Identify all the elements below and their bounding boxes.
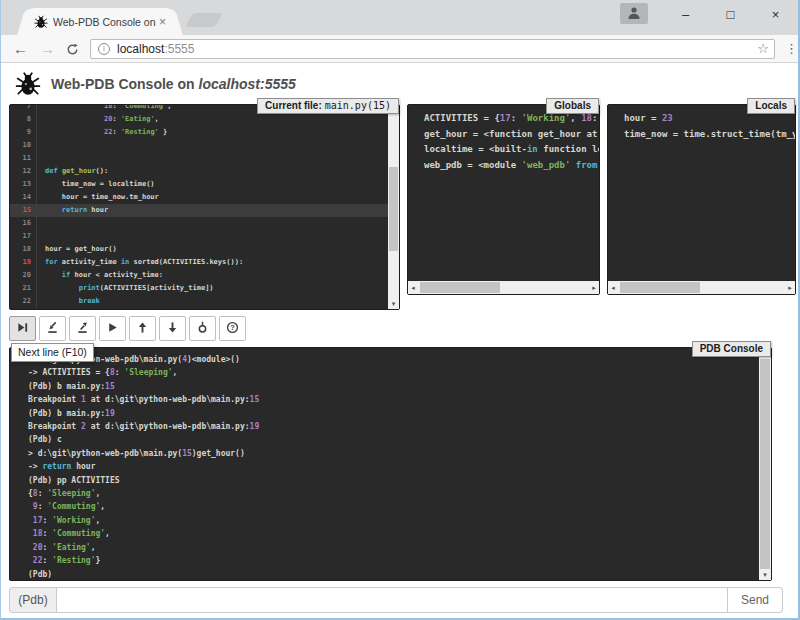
source-code: 7 18: 'Commuting',8 20: 'Eating',9 22: '… [10, 105, 388, 308]
line-number: 20 [10, 269, 37, 282]
console-line: Breakpoint 1 at d:\git\python-web-pdb\ma… [20, 393, 259, 406]
code-line: 18hour = get_hour() [10, 243, 388, 256]
line-number: 14 [10, 191, 37, 204]
pdb-console-label: PDB Console [692, 341, 771, 357]
code-line: 22 break [10, 295, 388, 308]
console-scrollbar[interactable]: ▴ ▾ [759, 348, 771, 580]
console-content: > d:\git\python-web-pdb\main.py(4)<modul… [20, 353, 259, 580]
code-line: 21 print(ACTIVITIES[activity_time]) [10, 282, 388, 295]
locals-content: hour = 23time_now = time.struct_time(tm_… [616, 111, 795, 142]
scroll-down-icon[interactable]: ▾ [759, 570, 771, 580]
maximize-button[interactable]: □ [708, 7, 753, 22]
line-number: 17 [10, 230, 37, 243]
next-line-button[interactable] [9, 316, 36, 341]
source-scrollbar[interactable]: ▴ ▾ [388, 105, 399, 309]
console-line: -> return hour [20, 460, 259, 473]
code-line: 17 [10, 230, 388, 243]
console-line: 18: 'Commuting', [20, 527, 259, 540]
line-number: 16 [10, 217, 37, 230]
reload-icon[interactable] [66, 42, 79, 55]
line-number: 13 [10, 178, 37, 191]
line-number: 18 [10, 243, 37, 256]
console-line: (Pdb) pp ACTIVITIES [20, 474, 259, 487]
bookmark-star-icon[interactable]: ☆ [757, 41, 769, 56]
send-button[interactable]: Send [728, 587, 783, 613]
tab-title: Web-PDB Console on lo [53, 16, 156, 28]
page-info-icon[interactable]: i [98, 43, 110, 55]
line-number: 19 [10, 256, 37, 269]
person-icon [627, 5, 641, 23]
console-line: 9: 'Commuting', [20, 500, 259, 513]
console-line: (Pdb) [20, 568, 259, 581]
code-line: 14 hour = time_now.tm_hour [10, 191, 388, 204]
current-file-label: Current file:main.py(15) [257, 98, 399, 114]
step-into-button[interactable] [39, 316, 66, 341]
scroll-thumb[interactable] [620, 282, 700, 293]
scroll-right-icon[interactable]: ▸ [589, 281, 599, 294]
help-button[interactable]: ? [219, 316, 246, 341]
globals-label: Globals [546, 98, 599, 114]
console-line: {8: 'Sleeping', [20, 487, 259, 500]
globals-panel: Globals ACTIVITIES = {17: 'Working', 18:… [407, 104, 600, 295]
profile-button[interactable] [620, 3, 648, 24]
minimize-button[interactable]: – [663, 7, 708, 22]
variable-line: web_pdb = <module 'web_pdb' from 'D:\git… [416, 158, 599, 174]
scroll-thumb[interactable] [760, 359, 770, 569]
browser-window: Web-PDB Console on lo × – □ × ← → i loca… [1, 0, 798, 618]
line-number: 15 [10, 204, 37, 217]
console-line: 20: 'Eating', [20, 541, 259, 554]
code-line: 19for activity_time in sorted(ACTIVITIES… [10, 256, 388, 269]
console-line: > d:\git\python-web-pdb\main.py(15)get_h… [20, 447, 259, 460]
line-number: 11 [10, 152, 37, 165]
arrow-down-icon [166, 321, 179, 337]
scroll-left-icon[interactable]: ◂ [608, 281, 618, 294]
scroll-thumb[interactable] [389, 167, 398, 251]
console-line: 22: 'Resting'} [20, 554, 259, 567]
scroll-left-icon[interactable]: ◂ [408, 281, 418, 294]
address-bar[interactable]: i localhost:5555 ☆ [90, 39, 775, 59]
scroll-down-icon[interactable]: ▾ [388, 299, 399, 309]
back-icon[interactable]: ← [13, 41, 28, 56]
continue-button[interactable] [99, 316, 126, 341]
current-position-icon [196, 321, 209, 337]
console-line: 17: 'Working', [20, 514, 259, 527]
url-text: localhost:5555 [117, 42, 194, 56]
line-number: 22 [10, 295, 37, 308]
bug-logo-icon [15, 71, 41, 97]
next-line-icon [16, 321, 29, 337]
browser-titlebar: Web-PDB Console on lo × – □ × [1, 0, 798, 35]
stack-up-button[interactable] [129, 316, 156, 341]
code-line: 20 if hour < activity_time: [10, 269, 388, 282]
help-icon: ? [226, 321, 239, 337]
console-line: Breakpoint 2 at d:\git\python-web-pdb\ma… [20, 420, 259, 433]
pdb-prompt-label: (Pdb) [9, 587, 56, 613]
globals-scrollbar[interactable]: ◂ ▸ [408, 281, 599, 294]
line-number: 12 [10, 165, 37, 178]
globals-content: ACTIVITIES = {17: 'Working', 18: 'Commut… [416, 111, 599, 173]
code-line: 15 return hour [10, 204, 388, 217]
line-number: 9 [10, 126, 37, 139]
browser-menu-icon[interactable]: ⋮ [785, 41, 798, 56]
variable-line: time_now = time.struct_time(tm_year=2017… [616, 127, 795, 143]
forward-icon: → [40, 41, 55, 56]
current-file-panel: Current file:main.py(15) 7 18: 'Commutin… [9, 104, 400, 310]
locals-label: Locals [747, 98, 795, 114]
code-line: 8 20: 'Eating', [10, 113, 388, 126]
scroll-right-icon[interactable]: ▸ [785, 281, 795, 294]
current-position-button[interactable] [189, 316, 216, 341]
new-tab-button[interactable] [185, 13, 222, 27]
continue-icon [106, 321, 119, 337]
debug-toolbar: ? [9, 316, 246, 341]
line-number: 7 [10, 105, 37, 113]
close-button[interactable]: × [753, 7, 798, 22]
arrow-up-icon [136, 321, 149, 337]
scroll-thumb[interactable] [420, 282, 500, 293]
stack-down-button[interactable] [159, 316, 186, 341]
step-out-button[interactable] [69, 316, 96, 341]
variable-line: get_hour = <function get_hour at 0x00000… [416, 127, 599, 143]
code-line: 13 time_now = localtime() [10, 178, 388, 191]
browser-tab[interactable]: Web-PDB Console on lo × [27, 8, 173, 35]
locals-scrollbar[interactable]: ◂ ▸ [608, 281, 795, 294]
pdb-command-input[interactable] [56, 587, 728, 613]
tab-close-icon[interactable]: × [156, 16, 169, 28]
